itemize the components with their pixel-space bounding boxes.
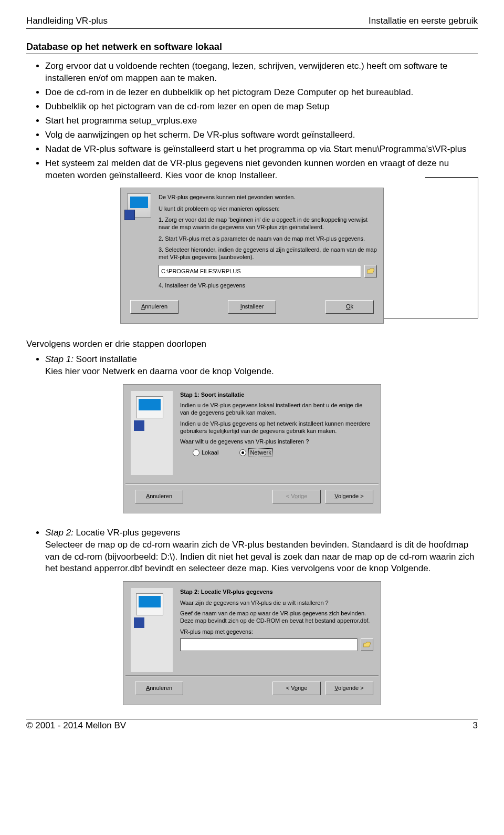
list-item: Zorg ervoor dat u voldoende rechten (toe…	[45, 60, 478, 85]
dialog-missing-data: De VR-plus gegevens kunnen niet gevonden…	[120, 188, 384, 323]
wizard-title: Stap 1: Soort installatie	[180, 391, 373, 398]
section-rule	[26, 54, 478, 54]
dialog-line: De VR-plus gegevens kunnen niet gevonden…	[159, 193, 377, 201]
wizard-step2: Stap 2: Locatie VR-plus gegevens Waar zi…	[123, 581, 381, 705]
radio-local[interactable]: Lokaal	[193, 449, 218, 456]
next-button[interactable]: Volgende >	[325, 682, 373, 695]
step-desc: Selecteer de map op de cd-rom waarin zic…	[45, 539, 478, 575]
paragraph: Vervolgens worden er drie stappen doorlo…	[26, 338, 478, 351]
folder-open-icon	[367, 268, 374, 274]
list-item: Dubbelklik op het pictogram van de cd-ro…	[45, 101, 478, 113]
wizard-text: Geef de naam van de map op waar de VR-pl…	[180, 610, 373, 625]
step-label: Stap 1:	[45, 354, 74, 364]
dialog-line: 2. Start VR-plus met als parameter de na…	[159, 235, 377, 242]
browse-button[interactable]	[364, 265, 377, 277]
computer-icon	[127, 193, 151, 218]
wizard-sidebar-graphic	[131, 391, 173, 475]
header-left: Handleiding VR-plus	[26, 16, 108, 26]
wizard-title: Stap 2: Locatie VR-plus gegevens	[180, 588, 373, 595]
instruction-list: Zorg ervoor dat u voldoende rechten (toe…	[26, 60, 478, 181]
dialog-text: De VR-plus gegevens kunnen niet gevonden…	[159, 193, 377, 292]
path-input[interactable]	[159, 265, 361, 277]
step1-list: Stap 1: Soort installatie Kies hier voor…	[26, 354, 478, 378]
list-item: Nadat de VR-plus software is geïnstallee…	[45, 143, 478, 156]
wizard-step1: Stap 1: Soort installatie Indien u de VR…	[123, 384, 381, 513]
cancel-button[interactable]: Annuleren	[135, 490, 183, 503]
cancel-button[interactable]: Annuleren	[135, 682, 183, 695]
install-button[interactable]: Installeer	[228, 300, 276, 314]
prev-button[interactable]: < Vorige	[272, 682, 321, 695]
dialog-line: 1. Zorg er voor dat de map 'beginnen in'…	[159, 216, 377, 231]
wizard-text: Waar zijn de gegevens van VR-plus die u …	[180, 599, 373, 606]
wizard-sidebar-graphic	[131, 588, 173, 672]
list-item: Stap 2: Locatie VR-plus gegevens Selecte…	[45, 527, 478, 575]
dialog1-container: De VR-plus gegevens kunnen niet gevonden…	[26, 188, 478, 323]
wizard-text: Indien u de VR-plus gegevens lokaal inst…	[180, 401, 373, 417]
footer-page-number: 3	[473, 720, 478, 731]
next-button[interactable]: Volgende >	[325, 490, 373, 503]
footer-left: © 2001 - 2014 Mellon BV	[26, 720, 126, 731]
input-label: VR-plus map met gegevens:	[180, 628, 373, 635]
list-item: Stap 1: Soort installatie Kies hier voor…	[45, 354, 478, 378]
dialog-line: 3. Selecteer hieronder, indien de gegeve…	[159, 246, 377, 261]
header-rule	[26, 28, 478, 29]
wizard-text: Waar wilt u de gegevens van VR-plus inst…	[180, 438, 373, 445]
browse-button[interactable]	[361, 638, 373, 651]
dialog-line: 4. Installeer de VR-plus gegevens	[159, 282, 377, 289]
path-input[interactable]	[180, 638, 358, 651]
page-header: Handleiding VR-plus Installatie en eerst…	[26, 16, 478, 26]
step2-list: Stap 2: Locatie VR-plus gegevens Selecte…	[26, 527, 478, 575]
wizard-text: Indien u de VR-plus gegevens op het netw…	[180, 420, 373, 435]
step-desc: Kies hier voor Netwerk en daarna voor de…	[45, 366, 478, 378]
list-item: Doe de cd-rom in de lezer en dubbelklik …	[45, 87, 478, 99]
header-right: Installatie en eerste gebruik	[369, 16, 478, 26]
list-item: Start het programma setup_vrplus.exe	[45, 115, 478, 127]
ok-button[interactable]: Ok	[326, 300, 374, 314]
folder-open-icon	[363, 642, 371, 647]
section-heading: Database op het netwerk en software loka…	[26, 42, 478, 53]
list-item: Het systeem zal melden dat de VR-plus ge…	[45, 158, 478, 182]
dialog-line: U kunt dit probleem op vier manieren opl…	[159, 205, 377, 212]
cancel-button[interactable]: Annuleren	[130, 300, 178, 314]
list-item: Volg de aanwijzingen op het scherm. De V…	[45, 129, 478, 141]
step-label: Stap 2:	[45, 528, 74, 538]
radio-network[interactable]: Netwerk	[239, 448, 272, 457]
prev-button[interactable]: < Vorige	[272, 490, 321, 503]
wizard2-container: Stap 2: Locatie VR-plus gegevens Waar zi…	[26, 581, 478, 705]
page-footer: © 2001 - 2014 Mellon BV 3	[26, 719, 478, 736]
